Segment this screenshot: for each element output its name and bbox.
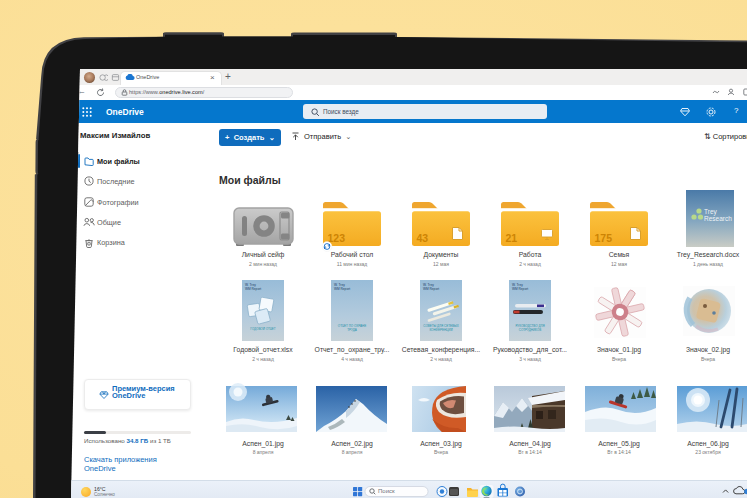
svg-text:Research: Research [704,215,732,222]
svg-text:Отчет_по_охране_тру...: Отчет_по_охране_тру... [315,346,390,354]
svg-text:Семья: Семья [609,251,630,258]
svg-text:Личный сейф: Личный сейф [242,251,285,259]
svg-text:123: 123 [328,232,346,244]
svg-text:Аспен_02.jpg: Аспен_02.jpg [331,440,373,448]
svg-text:Аспен_01.jpg: Аспен_01.jpg [242,440,284,448]
svg-text:Значок_01.jpg: Значок_01.jpg [597,346,641,354]
svg-text:175: 175 [595,232,613,244]
svg-text:КОНФЕРЕНЦИЙ: КОНФЕРЕНЦИЙ [429,328,452,332]
svg-text:8 апреля: 8 апреля [253,449,274,455]
svg-text:Руководство_для_сот...: Руководство_для_сот... [493,346,567,354]
svg-text:Вчера: Вчера [434,449,448,455]
svg-text:Trey_Research.docx: Trey_Research.docx [677,251,740,259]
svg-text:23 октября: 23 октября [695,449,721,455]
svg-text:Аспен_04.jpg: Аспен_04.jpg [509,440,551,448]
svg-text:СОТРУДНИКОВ: СОТРУДНИКОВ [519,328,541,332]
svg-text:Рабочий стол: Рабочий стол [331,251,374,258]
svg-text:Вчера: Вчера [612,356,626,362]
svg-text:4 ч назад: 4 ч назад [341,356,363,362]
svg-text:1 день назад: 1 день назад [693,261,723,267]
svg-text:43: 43 [417,232,429,244]
svg-text:11 мин назад: 11 мин назад [337,261,368,267]
svg-text:8 апреля: 8 апреля [342,449,363,455]
svg-text:Аспен_05.jpg: Аспен_05.jpg [598,440,640,448]
svg-text:Аспен_06.jpg: Аспен_06.jpg [687,440,729,448]
svg-text:2 ч назад: 2 ч назад [252,356,274,362]
svg-text:ТРУДА: ТРУДА [347,328,357,332]
svg-text:Вт в 14:14: Вт в 14:14 [607,449,631,455]
svg-text:Работа: Работа [519,251,542,258]
svg-text:Документы: Документы [423,251,458,259]
svg-text:12 мая: 12 мая [433,261,449,267]
svg-text:Сетевая_конференция...: Сетевая_конференция... [402,346,480,354]
svg-text:2 мин назад: 2 мин назад [249,261,277,267]
svg-text:Вт в 14:14: Вт в 14:14 [518,449,542,455]
svg-text:3 ч назад: 3 ч назад [519,356,541,362]
svg-text:WM Report: WM Report [423,287,439,291]
svg-text:Значок_02.jpg: Значок_02.jpg [686,346,730,354]
svg-text:WM Report: WM Report [334,287,350,291]
svg-text:ГОДОВОЙ ОТЧЕТ: ГОДОВОЙ ОТЧЕТ [250,327,275,331]
svg-text:Вчера: Вчера [701,356,715,362]
svg-text:Аспен_03.jpg: Аспен_03.jpg [420,440,462,448]
svg-text:21: 21 [506,232,518,244]
svg-text:WM Report: WM Report [245,287,261,291]
svg-text:2 ч назад: 2 ч назад [430,356,452,362]
svg-text:Поиск: Поиск [378,488,395,494]
svg-text:12 мая: 12 мая [611,261,627,267]
svg-text:2 ч назад: 2 ч назад [519,261,541,267]
svg-text:WM Report: WM Report [512,287,528,291]
svg-text:Годовой_отчет.xlsx: Годовой_отчет.xlsx [233,346,293,354]
